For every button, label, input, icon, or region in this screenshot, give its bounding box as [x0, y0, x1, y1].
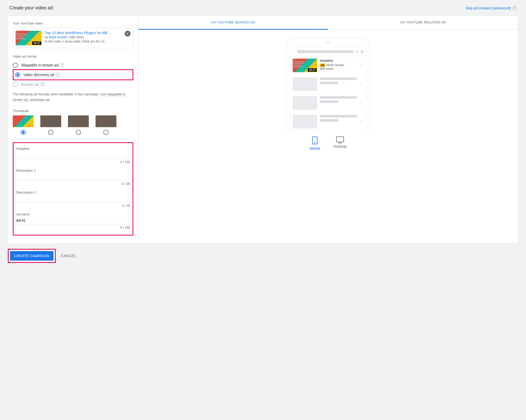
video-thumbnail: 13 WORDPRESS PLUGINS FOR AFFILIATE MARKE…: [16, 31, 42, 45]
placeholder-bar: [320, 77, 357, 80]
channel-link[interactable]: Misfit Hustler: [49, 35, 67, 39]
video-duration: 16:27: [308, 68, 317, 72]
result-thumbnail: [293, 115, 317, 128]
more-icon: ⋮: [359, 119, 364, 124]
help-icon[interactable]: ?: [40, 82, 45, 87]
headline-label: Headline: [16, 147, 130, 151]
thumbnail-option-1[interactable]: [13, 115, 34, 135]
radio-icon: [76, 130, 81, 135]
radio-icon: [15, 72, 20, 77]
radio-icon: [103, 130, 109, 135]
result-thumbnail: [293, 96, 317, 110]
tab-search-ad[interactable]: AS YOUTUBE SEARCH AD: [138, 16, 328, 30]
headline-input[interactable]: [16, 152, 130, 159]
close-icon: ✕: [355, 50, 359, 54]
skip-ad-label: Skip ad creation (advanced): [466, 6, 511, 10]
description2-label: Description 2: [16, 190, 130, 194]
result-thumbnail: 13 WORDPRESS PLUGINS FOR AFFILIATE MARKE…: [293, 59, 317, 72]
placeholder-result: ⋮: [290, 75, 367, 94]
thumbnail-image: [96, 115, 116, 127]
placeholder-bar: [320, 100, 338, 103]
tune-icon: ☰: [361, 50, 364, 54]
highlight-create: CREATE CAMPAIGN: [8, 249, 56, 263]
search-placeholder-bar: [297, 50, 353, 53]
ad-creation-card: Your YouTube video 13 WORDPRESS PLUGINS …: [8, 15, 518, 244]
format-discovery-option[interactable]: Video discovery ad ?: [15, 71, 131, 79]
result-thumbnail: [293, 77, 317, 91]
placeholder-bar: [320, 115, 357, 118]
description1-label: Description 1: [16, 169, 130, 172]
preview-channel: Misfit Hustler: [326, 63, 344, 67]
placeholder-bar: [320, 119, 338, 122]
device-mobile-option[interactable]: Mobile: [310, 137, 320, 151]
radio-icon: [13, 63, 18, 68]
more-icon: ⋮: [359, 63, 364, 68]
mobile-icon: [312, 137, 317, 144]
phone-preview: ← ✕ ☰ 13 WORDPRESS PLUGINS FOR AFFILIATE…: [286, 38, 370, 131]
preview-search-bar: ← ✕ ☰: [290, 47, 367, 56]
video-title[interactable]: Top 13 Best WordPress Plugins for Affi…: [45, 31, 122, 35]
placeholder-result: ⋮: [290, 112, 367, 131]
thumbnail-overlay-text: 13 WORDPRESS PLUGINS FOR AFFILIATE MARKE…: [16, 31, 28, 40]
preview-panel: AS YOUTUBE SEARCH AD AS YOUTUBE RELATED …: [138, 16, 518, 243]
placeholder-bar: [320, 82, 338, 84]
format-section-label: Video ad format: [13, 54, 133, 58]
video-byline: by Misfit Hustler • 488 views: [45, 35, 122, 39]
text-fields-highlight: Headline 0 / 100 Description 1 0 / 35 De…: [13, 142, 133, 236]
thumbnail-option-2[interactable]: [40, 115, 61, 135]
video-section-label: Your YouTube video: [13, 21, 133, 25]
page-title: Create your video ad: [9, 5, 53, 11]
description2-counter: 0 / 35: [16, 204, 130, 208]
placeholder-result: ⋮: [290, 94, 367, 112]
tab-related-ad[interactable]: AS YOUTUBE RELATED AD: [328, 16, 518, 29]
radio-icon: [21, 130, 26, 135]
adname-label: Ad name: [16, 212, 130, 216]
preview-ad-result: 13 WORDPRESS PLUGINS FOR AFFILIATE MARKE…: [290, 56, 367, 75]
adname-input[interactable]: [16, 217, 130, 224]
more-icon: ⋮: [359, 101, 364, 106]
thumbnail-option-3[interactable]: [68, 115, 89, 135]
radio-icon: [48, 130, 53, 135]
thumbnail-image: [68, 115, 89, 127]
adname-counter: 5 / 255: [16, 226, 130, 230]
thumbnail-image: [40, 115, 61, 127]
video-description: In this video, I share what I think are …: [45, 40, 122, 43]
thumbnail-section-label: Thumbnail: [13, 109, 133, 113]
remove-video-button[interactable]: ✕: [125, 31, 130, 36]
phone-speaker-icon: [326, 41, 330, 45]
outstream-link[interactable]: outstream ad: [30, 98, 49, 102]
highlight-discovery: Video discovery ad ?: [13, 69, 133, 80]
preview-headline: Headline: [320, 59, 357, 63]
video-views: 488 views: [70, 35, 84, 39]
format-unavailable-note: The following ad formats aren't availabl…: [13, 92, 133, 103]
left-panel: Your YouTube video 13 WORDPRESS PLUGINS …: [8, 16, 138, 243]
desktop-icon: [336, 137, 344, 142]
cancel-button[interactable]: CANCEL: [61, 254, 76, 258]
create-campaign-button[interactable]: CREATE CAMPAIGN: [10, 251, 53, 261]
back-arrow-icon: ←: [292, 50, 295, 54]
description2-input[interactable]: [16, 195, 130, 202]
format-bumper-option: Bumper ad ?: [13, 80, 133, 89]
description1-input[interactable]: [16, 174, 130, 181]
thumbnail-overlay-text: 13 WORDPRESS PLUGINS FOR AFFILIATE MARKE…: [293, 59, 305, 68]
skip-ad-link[interactable]: Skip ad creation (advanced) ?: [466, 6, 517, 10]
more-icon: ⋮: [359, 82, 364, 87]
device-desktop-option[interactable]: Desktop: [333, 137, 347, 151]
thumbnail-image: [13, 115, 34, 127]
thumbnail-option-4[interactable]: [96, 115, 116, 135]
ad-badge: Ad: [320, 64, 325, 67]
preview-views: 488 views: [320, 67, 357, 71]
help-icon[interactable]: ?: [56, 73, 60, 77]
description1-counter: 0 / 35: [16, 182, 130, 186]
placeholder-bar: [320, 96, 357, 99]
help-icon[interactable]: ?: [512, 6, 517, 10]
headline-counter: 0 / 100: [16, 160, 130, 164]
radio-icon: [13, 82, 18, 87]
video-duration: 16:27: [32, 41, 41, 45]
format-skippable-option[interactable]: Skippable in-stream ad ?: [13, 61, 133, 69]
video-card: 13 WORDPRESS PLUGINS FOR AFFILIATE MARKE…: [13, 28, 133, 48]
help-icon[interactable]: ?: [60, 63, 64, 67]
